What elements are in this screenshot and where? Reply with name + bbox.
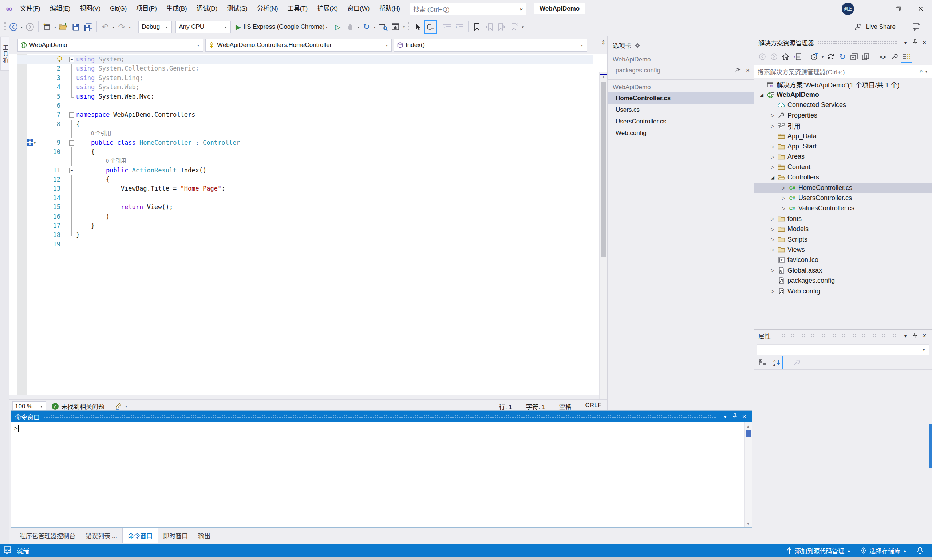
menu-item[interactable]: 测试(S) [222, 5, 252, 12]
scrollbar-thumb[interactable] [601, 82, 606, 257]
preview-selected-items-button[interactable] [860, 51, 871, 63]
properties-object-select[interactable]: ▾ [757, 344, 929, 355]
select-repository-button[interactable]: 选择存储库 ▲ [857, 544, 910, 557]
document-tab[interactable]: packages.config✕ [608, 65, 753, 76]
code-line[interactable]: 13 ViewBag.Title = "Home Page"; [17, 184, 593, 193]
pin-icon[interactable] [910, 332, 920, 339]
expander-collapsed-icon[interactable]: ▷ [769, 154, 776, 159]
scrollbar-thumb[interactable] [746, 431, 751, 437]
tree-item-connected-services[interactable]: Connected Services [754, 100, 932, 110]
expander-collapsed-icon[interactable]: ▷ [769, 216, 776, 221]
gear-icon[interactable] [635, 43, 640, 48]
properties-button[interactable] [889, 51, 900, 63]
tree-item-fonts[interactable]: ▷fonts [754, 214, 932, 224]
expander-collapsed-icon[interactable]: ▷ [779, 185, 787, 190]
collapse-region-button[interactable]: − [69, 112, 74, 117]
pin-icon[interactable] [730, 413, 739, 420]
solution-explorer-home-button[interactable] [389, 20, 402, 34]
profiler-caret[interactable]: ▾ [356, 25, 360, 29]
task-list-icon[interactable] [4, 546, 12, 555]
menu-item[interactable]: 帮助(H) [374, 5, 405, 12]
expander-collapsed-icon[interactable]: ▷ [769, 144, 776, 149]
solution-configuration-select[interactable]: Debug▾ [138, 21, 172, 33]
new-project-button[interactable] [41, 20, 53, 34]
tree-item-app-start[interactable]: ▷App_Start [754, 141, 932, 151]
code-line[interactable]: 14 [17, 194, 593, 203]
tree-item-properties[interactable]: ▷Properties [754, 110, 932, 120]
filter-caret[interactable]: ▾ [821, 55, 824, 59]
code-line[interactable]: −1using System; [17, 55, 593, 64]
add-to-source-control-button[interactable]: 添加到源代码管理 ▲ [783, 544, 854, 557]
tree-item--[interactable]: ▷引用 [754, 121, 932, 131]
toolbox-tab[interactable]: 工具箱 [0, 37, 9, 71]
scroll-down-arrow[interactable]: ▼ [744, 522, 752, 525]
expander-collapsed-icon[interactable]: ▷ [769, 289, 776, 294]
code-line[interactable]: 5using System.Web.Mvc; [17, 92, 593, 101]
tree-item-controllers[interactable]: ◢Controllers [754, 172, 932, 183]
window-position-caret[interactable]: ▾ [901, 333, 910, 339]
tree-item-content[interactable]: ▷Content [754, 162, 932, 172]
navigate-back-caret[interactable]: ▾ [20, 25, 24, 29]
menu-item[interactable]: Git(G) [105, 5, 131, 12]
collapse-all-button[interactable] [849, 51, 860, 63]
se-back-button[interactable] [757, 51, 768, 63]
undo-button[interactable]: ↶ [99, 20, 111, 34]
toolbar-grip[interactable] [4, 22, 6, 32]
previous-bookmark-button[interactable] [483, 20, 496, 34]
menu-item[interactable]: 文件(F) [15, 5, 45, 12]
close-icon[interactable]: ✕ [920, 333, 929, 339]
se-home-button[interactable] [780, 51, 791, 63]
tree-item-views[interactable]: ▷Views [754, 245, 932, 255]
expander-collapsed-icon[interactable]: ▷ [769, 113, 776, 118]
code-line[interactable]: 19 [17, 240, 593, 249]
code-cleanup-button[interactable]: ▾ [115, 402, 128, 411]
solution-search-input[interactable]: 搜索解决方案资源管理器(Ctrl+;) ⌕▾ [754, 65, 932, 78]
eol-mode[interactable]: CRLF [585, 402, 601, 411]
undo-caret[interactable]: ▾ [111, 25, 116, 29]
menu-item[interactable]: 窗口(W) [343, 5, 374, 12]
window-position-caret[interactable]: ▾ [721, 414, 730, 420]
toggle-bookmark-button[interactable] [471, 20, 483, 34]
expander-collapsed-icon[interactable]: ▷ [769, 227, 776, 232]
tree-item-areas[interactable]: ▷Areas [754, 152, 932, 162]
tree-item-models[interactable]: ▷Models [754, 224, 932, 234]
project-dropdown[interactable]: WebApiDemo ▾ [17, 38, 203, 52]
code-line[interactable]: 18} [17, 230, 593, 239]
new-project-caret[interactable]: ▾ [53, 25, 57, 29]
tree-item-app-data[interactable]: App_Data [754, 131, 932, 141]
close-icon[interactable]: ✕ [920, 40, 929, 46]
navigate-forward-button[interactable] [24, 20, 36, 34]
intellicode-suggestions-button[interactable] [424, 20, 436, 34]
scroll-up-arrow[interactable]: ▲ [599, 75, 607, 79]
open-file-button[interactable] [57, 20, 69, 34]
document-tab[interactable]: Users.cs [608, 104, 753, 116]
redo-button[interactable]: ↷ [116, 20, 128, 34]
code-area[interactable]: −1using System;2using System.Collections… [9, 54, 607, 395]
menu-item[interactable]: 视图(V) [75, 5, 105, 12]
expander-collapsed-icon[interactable]: ▷ [769, 123, 776, 128]
menu-item[interactable]: 项目(P) [131, 5, 162, 12]
save-all-button[interactable] [82, 20, 94, 34]
code-line[interactable]: 8{ [17, 120, 593, 129]
menu-item[interactable]: 调试(D) [192, 5, 222, 12]
menu-item[interactable]: 生成(B) [162, 5, 192, 12]
command-window-scrollbar[interactable]: ▲ ▼ [744, 423, 752, 527]
collapse-region-button[interactable]: − [69, 140, 74, 146]
collapse-region-button[interactable]: − [69, 168, 74, 173]
increase-indent-button[interactable] [454, 20, 466, 34]
bottom-tab-命令窗口[interactable]: 命令窗口 [122, 528, 158, 543]
codelens-references[interactable]: 0 个引用 [106, 157, 126, 166]
pending-changes-filter-button[interactable] [809, 51, 820, 63]
performance-profiler-button[interactable] [344, 20, 356, 34]
live-share-button[interactable]: Live Share [854, 23, 896, 31]
editor-splitter-handle[interactable]: ⇕ [599, 39, 607, 46]
expander-collapsed-icon[interactable]: ▷ [769, 247, 776, 252]
selection-pointer-button[interactable] [412, 20, 424, 34]
property-pages-button[interactable] [791, 355, 803, 369]
pin-icon[interactable] [735, 67, 741, 74]
solution-platform-select[interactable]: Any CPU▾ [176, 21, 231, 33]
menu-item[interactable]: 分析(N) [252, 5, 283, 12]
editor-vertical-scrollbar[interactable]: ▲ ▼ [599, 72, 607, 412]
sync-with-active-document-button[interactable] [825, 51, 836, 63]
codelens-references[interactable]: 0 个引用 [91, 129, 111, 138]
